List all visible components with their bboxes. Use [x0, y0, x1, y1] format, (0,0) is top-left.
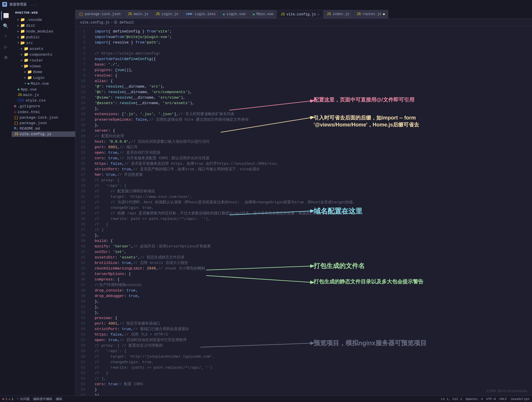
sidebar-item-src[interactable]: ▼ 📂 src: [12, 40, 75, 46]
sidebar-item-gitignore[interactable]: ⚙ .gitignore: [12, 103, 75, 109]
status-errors[interactable]: ⊗ 1 ⚠ 1: [2, 397, 13, 401]
sidebar-item-home[interactable]: ▶ 📁 Home: [12, 69, 75, 75]
status-bar: ⊗ 1 ⚠ 1 ⑂ 出问题 编辑器中编辑 编辑 Ln 1, Col 1 Spac…: [0, 396, 532, 402]
sidebar-item-node-modules[interactable]: ▶ 📁 node_modules: [12, 28, 75, 34]
tab-close-icon[interactable]: ✕: [317, 12, 319, 16]
sidebar-item-views[interactable]: ▼ 📂 views: [12, 63, 75, 69]
tab-routes-js[interactable]: JS routes.js: [353, 10, 389, 19]
line-numbers: 1234567891011121314151617181920212223242…: [76, 26, 90, 396]
sidebar-label: views: [30, 64, 41, 68]
tab-main-vue[interactable]: ◆ Main.vue: [249, 10, 277, 19]
sidebar-item-router[interactable]: ▶ 📁 router: [12, 57, 75, 63]
sidebar-label: assets: [30, 47, 43, 51]
code-content[interactable]: import { defineConfig } from 'vite';impo…: [90, 26, 532, 396]
activity-bar: ⬜ 🔍 ⑂ ▷ ⊞: [0, 9, 12, 396]
status-language-label[interactable]: 编辑: [56, 397, 62, 401]
tab-icon: {}: [79, 12, 83, 16]
tab-bar: {} package-lock.json JS main.js JS Login…: [76, 9, 532, 19]
tab-icon: JS: [156, 12, 160, 16]
sidebar-label: public: [26, 35, 40, 39]
arrow-icon: ▶: [17, 18, 19, 21]
arrow-icon: ▶: [17, 35, 19, 39]
tab-main-js[interactable]: JS main.js: [124, 10, 152, 19]
tab-icon: JS: [281, 12, 285, 17]
sidebar-item-package-lock[interactable]: {} package-lock.json: [12, 115, 75, 120]
arrow-icon: ▼: [21, 65, 23, 68]
search-icon[interactable]: 🔍: [1, 21, 10, 31]
arrow-icon: ▶: [17, 30, 19, 33]
json-file-icon: {}: [14, 121, 19, 125]
sidebar-item-package-json[interactable]: {} package.json: [12, 120, 75, 126]
folder-icon: 📁: [20, 23, 25, 28]
explorer-icon[interactable]: ⬜: [1, 11, 10, 20]
html-file-icon: ◇: [14, 110, 16, 114]
sidebar-label: style.css: [25, 98, 46, 103]
source-control-icon[interactable]: ⑂: [1, 32, 10, 41]
sidebar-label: node_modules: [26, 29, 53, 34]
extensions-icon[interactable]: ⊞: [1, 53, 10, 62]
vue-file-icon: ◆: [27, 81, 30, 86]
tab-login-vue[interactable]: ◆ Login.vue: [219, 10, 249, 19]
warning-icon: ⚠: [8, 397, 10, 401]
app-icon: 资: [2, 2, 7, 7]
breadcrumb: vite.config.js › ⓪ default: [76, 19, 532, 26]
tab-label: Login.less: [195, 12, 215, 16]
sidebar-label: src: [26, 41, 33, 45]
tab-icon: ◆: [253, 12, 255, 17]
breadcrumb-file: vite.config.js: [80, 21, 109, 25]
tab-vite-config[interactable]: JS vite.config.js ✕: [277, 10, 323, 19]
sidebar-item-vite-config[interactable]: JS vite.config.js: [12, 131, 75, 137]
tab-index-js[interactable]: JS index.js: [323, 10, 353, 19]
debug-icon[interactable]: ▷: [1, 42, 10, 52]
sidebar-item-vscode[interactable]: ▶ 📁 .vscode: [12, 17, 75, 23]
tab-icon: LESS: [186, 13, 193, 16]
sidebar-item-style-css[interactable]: CSS style.css: [12, 98, 75, 103]
tab-icon: JS: [357, 12, 361, 16]
arrow-icon: ▶: [21, 53, 23, 56]
sidebar-label: main.js: [23, 93, 39, 97]
sidebar-label: Main.vue: [31, 82, 49, 86]
tab-package-lock[interactable]: {} package-lock.json: [76, 10, 124, 19]
tab-label: Main.vue: [257, 12, 274, 16]
sidebar-label: dist: [26, 23, 35, 28]
watermark: CSDN @Sunshinedada: [487, 389, 527, 393]
sidebar-item-main-js[interactable]: JS main.js: [12, 92, 75, 98]
sidebar-item-components[interactable]: ▶ 📁 components: [12, 52, 75, 57]
arrow-icon: ▶: [17, 24, 19, 27]
status-branch[interactable]: ⑂ 出问题: [17, 397, 30, 401]
sidebar-item-readme[interactable]: M↓ README.md: [12, 126, 75, 131]
sidebar-item-main-vue[interactable]: ▼ ◆ Main.vue: [12, 81, 75, 86]
folder-open-icon: 📂: [20, 41, 25, 45]
folder-icon: 📁: [27, 75, 32, 80]
status-encoding-label[interactable]: 编辑器中编辑: [33, 397, 52, 401]
folder-icon: 📁: [20, 35, 25, 39]
sidebar-item-public[interactable]: ▶ 📁 public: [12, 34, 75, 40]
sidebar-item-login-folder[interactable]: ▶ 📁 Login: [12, 75, 75, 81]
status-ln-col: Ln 1, Col 1: [441, 397, 462, 401]
arrow-icon: ▶: [21, 59, 23, 62]
code-editor[interactable]: 1234567891011121314151617181920212223242…: [76, 26, 532, 396]
sidebar-item-index-html[interactable]: ◇ index.html: [12, 109, 75, 115]
sidebar-label: Login: [33, 76, 44, 80]
breadcrumb-path: ⓪ default: [114, 20, 134, 25]
arrow-icon: ▶: [24, 70, 26, 74]
breadcrumb-separator: ›: [111, 21, 113, 25]
sidebar-label: components: [30, 52, 52, 57]
tab-login-less[interactable]: LESS Login.less: [182, 10, 220, 19]
sidebar-item-app-vue[interactable]: ◆ App.vue: [12, 86, 75, 92]
sidebar-item-dist[interactable]: ▶ 📁 dist: [12, 23, 75, 28]
tab-label: package-lock.json: [85, 12, 120, 16]
sidebar-item-assets[interactable]: ▶ 📁 assets: [12, 46, 75, 52]
code-wrapper: 1234567891011121314151617181920212223242…: [76, 26, 532, 396]
sidebar-label: .vscode: [26, 18, 42, 22]
sidebar-label: package.json: [20, 121, 47, 125]
md-file-icon: M↓: [14, 126, 19, 131]
tab-icon: JS: [327, 12, 331, 16]
tab-modified-dot: [383, 13, 385, 15]
folder-icon: 📁: [24, 52, 28, 57]
status-right: Ln 1, Col 1 Spaces: 4 UTF-8 CRLF JavaScr…: [441, 397, 530, 401]
tab-login-js[interactable]: JS Login.js: [152, 10, 182, 19]
folder-icon: 📁: [27, 70, 32, 74]
status-spaces: Spaces: 4: [466, 397, 483, 401]
tab-icon: JS: [128, 12, 132, 16]
